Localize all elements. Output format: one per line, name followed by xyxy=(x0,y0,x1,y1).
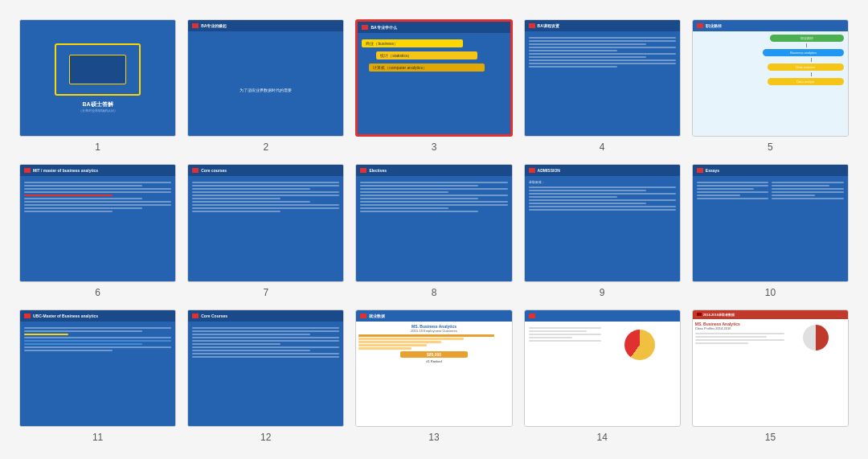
header-flag-15 xyxy=(697,313,702,316)
slide13-sub-title: 2015-16 Employment Outcomes xyxy=(358,329,509,333)
slide-grid: BA硕士答解 （分享对业界职场的认识） 1 BA专业的缘起 为了适应业界数据时代… xyxy=(13,13,855,449)
slide1-title: BA硕士答解 xyxy=(83,100,113,109)
slide-number-1: 1 xyxy=(95,141,100,153)
slide5-node4: Data analyst xyxy=(768,78,844,85)
slide-number-4: 4 xyxy=(600,141,605,153)
slide-item-12[interactable]: Core Courses 12 xyxy=(187,309,344,443)
slide-item-15[interactable]: 2014-2016录取者数据 MS. Business Analytics Cl… xyxy=(692,309,849,443)
slide13-header: 就业数据 xyxy=(369,314,385,318)
slide-item-3[interactable]: BA专业学什么 商业（business） 统计（statistics） 计算机（… xyxy=(355,19,512,153)
slide-number-11: 11 xyxy=(92,432,103,443)
slide3-item2: 统计（statistics） xyxy=(376,51,477,59)
slide-number-12: 12 xyxy=(260,432,271,443)
header-flag-10 xyxy=(697,168,703,173)
slide5-node1: 职业路径 xyxy=(770,35,844,42)
slide-number-15: 15 xyxy=(765,432,776,443)
slide3-item1: 商业（business） xyxy=(362,39,462,47)
slide7-header: Core courses xyxy=(201,168,227,173)
slide5-node3: Data scientist xyxy=(768,64,844,71)
slide-thumb-2[interactable]: BA专业的缘起 为了适应业界数据时代的需要 xyxy=(187,19,344,137)
header-flag-13 xyxy=(360,314,366,318)
slide-thumb-14[interactable] xyxy=(524,309,681,427)
slide-thumb-4[interactable]: BA课程设置 xyxy=(524,19,681,137)
slide-item-9[interactable]: ADMISSION 录取标准： 9 xyxy=(524,164,681,297)
slide13-rank: #1 Ranked xyxy=(358,359,509,363)
slide-item-5[interactable]: 职业路径 职业路径 Business analytics Data scient… xyxy=(692,19,849,153)
slide-item-4[interactable]: BA课程设置 4 xyxy=(524,19,681,153)
slide5-node2: Business analytics xyxy=(763,49,844,56)
slide2-body: 为了适应业界数据时代的需要 xyxy=(240,88,292,92)
slide10-header: Essays xyxy=(706,168,719,173)
header-flag-5 xyxy=(697,23,703,28)
slide-item-10[interactable]: Essays xyxy=(692,164,849,297)
slide1-sub: （分享对业界职场的认识） xyxy=(79,109,117,113)
slide-number-2: 2 xyxy=(263,141,268,153)
header-flag-6 xyxy=(24,168,31,173)
slide15-header: 2014-2016录取者数据 xyxy=(703,313,735,317)
header-flag-8 xyxy=(360,168,366,173)
slide-number-5: 5 xyxy=(768,141,773,153)
slide15-pie xyxy=(803,325,829,350)
slide-thumb-3[interactable]: BA专业学什么 商业（business） 统计（statistics） 计算机（… xyxy=(355,19,512,137)
slide-item-6[interactable]: MIT / master of business analytics 6 xyxy=(19,164,176,297)
slide-thumb-13[interactable]: 就业数据 MS. Business Analytics 2015-16 Empl… xyxy=(355,309,512,427)
slide-number-6: 6 xyxy=(95,287,100,298)
slide2-header: BA专业的缘起 xyxy=(201,23,227,28)
slide-number-10: 10 xyxy=(765,287,776,298)
slide4-header: BA课程设置 xyxy=(538,23,559,28)
slide-thumb-6[interactable]: MIT / master of business analytics xyxy=(19,164,176,281)
slide14-pie xyxy=(624,330,655,360)
slide9-header: ADMISSION xyxy=(538,168,560,173)
slide12-header: Core Courses xyxy=(201,314,227,318)
slide-thumb-15[interactable]: 2014-2016录取者数据 MS. Business Analytics Cl… xyxy=(692,309,849,427)
slide-number-7: 7 xyxy=(263,287,268,298)
slide-thumb-10[interactable]: Essays xyxy=(692,164,849,281)
slide-thumb-8[interactable]: Electives xyxy=(355,164,512,281)
slide-thumb-12[interactable]: Core Courses xyxy=(187,309,344,427)
slide8-header: Electives xyxy=(369,168,387,173)
header-flag-2 xyxy=(192,23,199,28)
slide-item-8[interactable]: Electives 8 xyxy=(355,164,512,297)
slide-number-8: 8 xyxy=(432,287,437,298)
header-flag-3 xyxy=(362,25,368,30)
header-flag-12 xyxy=(192,314,199,318)
slide-item-7[interactable]: Core courses 7 xyxy=(187,164,344,297)
slide6-header: MIT / master of business analytics xyxy=(33,168,98,173)
slide3-header: BA专业学什么 xyxy=(371,25,396,30)
slide-item-13[interactable]: 就业数据 MS. Business Analytics 2015-16 Empl… xyxy=(355,309,512,443)
slide13-badge: $85,000 xyxy=(400,351,468,358)
slide-number-13: 13 xyxy=(428,432,439,443)
slide-thumb-1[interactable]: BA硕士答解 （分享对业界职场的认识） xyxy=(19,19,176,137)
slide15-sub-title: Class Profiles 2014-2016 xyxy=(695,326,784,330)
header-flag-4 xyxy=(529,23,535,28)
slide-item-1[interactable]: BA硕士答解 （分享对业界职场的认识） 1 xyxy=(19,19,176,153)
header-flag-7 xyxy=(192,168,199,173)
slide-thumb-9[interactable]: ADMISSION 录取标准： xyxy=(524,164,681,281)
slide5-header: 职业路径 xyxy=(706,23,722,28)
slide-thumb-5[interactable]: 职业路径 职业路径 Business analytics Data scient… xyxy=(692,19,849,137)
slide-item-14[interactable]: 14 xyxy=(524,309,681,443)
slide-item-11[interactable]: UBC-Master of Business analytics 11 xyxy=(19,309,176,443)
slide-thumb-11[interactable]: UBC-Master of Business analytics xyxy=(19,309,176,427)
slide11-header: UBC-Master of Business analytics xyxy=(33,314,98,318)
header-flag-11 xyxy=(24,314,31,318)
slide-number-9: 9 xyxy=(600,287,605,298)
slide-number-3: 3 xyxy=(432,141,437,153)
slide-number-14: 14 xyxy=(597,432,608,443)
slide9-gmat: 录取标准： xyxy=(529,180,676,184)
header-flag-14 xyxy=(529,314,535,318)
slide-thumb-7[interactable]: Core courses xyxy=(187,164,344,281)
header-flag-9 xyxy=(529,168,535,173)
slide3-item3: 计算机（computer analytics） xyxy=(369,64,484,72)
slide-item-2[interactable]: BA专业的缘起 为了适应业界数据时代的需要 2 xyxy=(187,19,344,153)
